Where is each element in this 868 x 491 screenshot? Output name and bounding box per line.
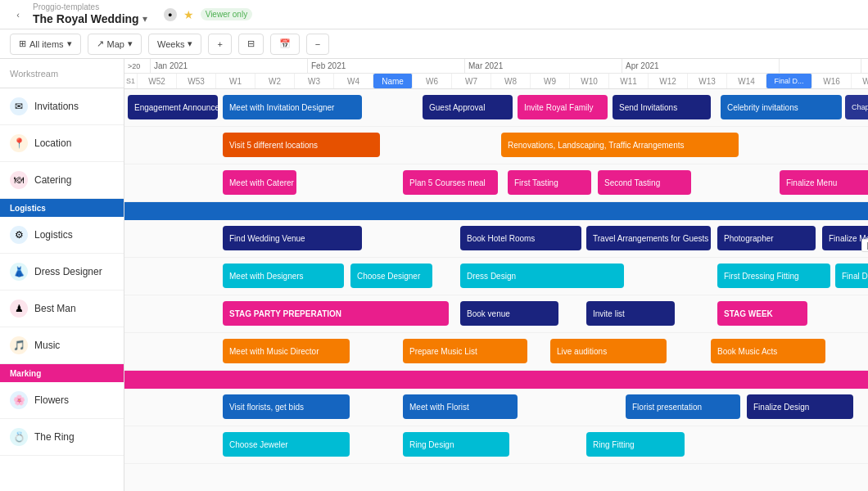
week-w8: W8 xyxy=(491,74,531,88)
task-finalize-menu[interactable]: Finalize Menu xyxy=(780,170,868,195)
task-final-dress[interactable]: Final Dress Fitting xyxy=(835,264,868,288)
task-second-tasting[interactable]: Second Tasting xyxy=(598,170,691,195)
task-invitation-designer[interactable]: Meet with Invitation Designer xyxy=(223,95,362,119)
sidebar-item-logistics[interactable]: ⚙ Logistics xyxy=(0,217,124,254)
task-book-venue[interactable]: Book venue xyxy=(460,301,558,326)
task-travel-arrangements[interactable]: Travel Arrangements for Guests xyxy=(586,226,711,250)
task-invite-list[interactable]: Invite list xyxy=(586,301,675,326)
sidebar: Workstream ✉ Invitations 📍 Location 🍽 Ca… xyxy=(0,59,124,491)
week-name: Name xyxy=(373,74,413,88)
main-content: Workstream ✉ Invitations 📍 Location 🍽 Ca… xyxy=(0,59,868,491)
task-first-dressing[interactable]: First Dressing Fitting xyxy=(717,264,830,288)
status-dot: ● xyxy=(164,8,177,21)
sidebar-item-catering[interactable]: 🍽 Catering xyxy=(0,162,124,199)
marking-section-label: Marking xyxy=(10,369,41,378)
sidebar-item-location[interactable]: 📍 Location xyxy=(0,125,124,162)
filter-chevron: ▾ xyxy=(67,38,72,49)
map-icon: ↗ xyxy=(97,38,104,49)
task-photographer[interactable]: Photographer xyxy=(717,226,816,250)
calendar-view-button[interactable]: 📅 xyxy=(270,34,300,55)
catering-icon: 🍽 xyxy=(10,171,28,189)
task-florist-presentation[interactable]: Florist presentation xyxy=(626,394,740,419)
week-w16: W16 xyxy=(812,74,852,88)
task-meet-florist[interactable]: Meet with Florist xyxy=(403,394,518,419)
task-ring-fitting[interactable]: Ring Fitting xyxy=(586,432,685,457)
weeks-chevron: ▾ xyxy=(188,38,192,49)
sidebar-item-best-man[interactable]: ♟ Best Man xyxy=(0,291,124,327)
task-find-venue[interactable]: Find Wedding Venue xyxy=(223,226,362,250)
filter-label: All items xyxy=(29,39,64,49)
weeks-button[interactable]: Weeks ▾ xyxy=(148,34,201,55)
task-music-list[interactable]: Prepare Music List xyxy=(403,339,527,363)
task-celebrity-invitations[interactable]: Celebrity invitations xyxy=(721,95,842,119)
filter-icon: ⊞ xyxy=(19,38,26,49)
map-label: Map xyxy=(107,39,124,49)
gantt-row-the-ring: Choose Jeweler Ring Design Ring Fitting xyxy=(124,426,868,464)
task-plan-courses[interactable]: Plan 5 Courses meal xyxy=(403,170,498,195)
invitations-label: Invitations xyxy=(34,101,79,112)
map-chevron: ▾ xyxy=(128,38,133,49)
month-mar: Mar 2021 xyxy=(465,59,622,73)
sidebar-item-flowers[interactable]: 🌸 Flowers xyxy=(0,382,124,419)
sidebar-item-the-ring[interactable]: 💍 The Ring xyxy=(0,419,124,456)
filter-button[interactable]: ⊞ All items ▾ xyxy=(10,34,81,55)
gantt-inner: >20 Jan 2021 Feb 2021 Mar 2021 Apr 2021 … xyxy=(124,59,868,464)
title-caret[interactable]: ▾ xyxy=(142,13,147,25)
task-meet-caterer[interactable]: Meet with Caterer xyxy=(223,170,296,195)
weeks-label: Weeks xyxy=(157,39,184,49)
month-apr: Apr 2021 xyxy=(622,59,780,73)
task-renovations[interactable]: Renovations, Landscaping, Traffic Arrang… xyxy=(501,133,739,157)
more-button[interactable]: − xyxy=(306,34,329,55)
favorite-star[interactable]: ★ xyxy=(183,8,194,21)
sidebar-item-dress-designer[interactable]: 👗 Dress Designer | xyxy=(0,254,124,291)
task-chapel-planning[interactable]: Chapel Planni... xyxy=(845,95,868,119)
task-meet-designers[interactable]: Meet with Designers xyxy=(223,264,344,288)
marking-section-row xyxy=(124,371,868,389)
back-button[interactable]: ‹ xyxy=(10,7,26,23)
task-live-auditions[interactable]: Live auditions xyxy=(550,339,667,363)
map-button[interactable]: ↗ Map ▾ xyxy=(88,34,142,55)
month-prev: >20 xyxy=(124,59,151,73)
task-choose-designer[interactable]: Choose Designer xyxy=(350,264,432,288)
grid-view-button[interactable]: ⊟ xyxy=(238,34,264,55)
task-book-music-acts[interactable]: Book Music Acts xyxy=(711,339,825,363)
task-send-invitations[interactable]: Send Invitations xyxy=(613,95,711,119)
task-visit-florists[interactable]: Visit florists, get bids xyxy=(223,394,350,419)
task-ring-design[interactable]: Ring Design xyxy=(403,432,509,457)
location-icon: 📍 xyxy=(10,134,28,152)
task-book-hotel[interactable]: Book Hotel Rooms xyxy=(460,226,581,250)
sidebar-item-music[interactable]: 🎵 Music xyxy=(0,327,124,364)
week-w9: W9 xyxy=(531,74,570,88)
dress-designer-label: Dress Designer xyxy=(34,266,102,277)
week-w3: W3 xyxy=(295,74,334,88)
grid-icon: ⊟ xyxy=(247,38,255,49)
task-invite-royal[interactable]: Invite Royal Family xyxy=(518,95,608,119)
task-visit-locations[interactable]: Visit 5 different locations xyxy=(223,133,380,157)
week-s1: S1 xyxy=(124,74,138,88)
task-stag-prep[interactable]: STAG PARTY PREPERATION xyxy=(223,301,449,326)
best-man-icon: ♟ xyxy=(10,300,28,318)
task-engagement[interactable]: Engagement Announcement xyxy=(128,95,218,119)
gantt-area[interactable]: >20 Jan 2021 Feb 2021 Mar 2021 Apr 2021 … xyxy=(124,59,868,491)
task-dress-design[interactable]: Dress Design xyxy=(460,264,624,288)
month-extra xyxy=(780,59,861,73)
task-music-director[interactable]: Meet with Music Director xyxy=(223,339,350,363)
task-guest-approval[interactable]: Guest Approval xyxy=(423,95,513,119)
project-title: The Royal Wedding xyxy=(33,12,139,26)
add-button[interactable]: + xyxy=(208,34,231,55)
week-w10: W10 xyxy=(570,74,609,88)
week-w53: W53 xyxy=(177,74,216,88)
week-final-d: Final D... xyxy=(766,74,812,88)
task-choose-jeweler[interactable]: Choose Jeweler xyxy=(223,432,350,457)
project-subtitle: Proggio-templates xyxy=(33,2,147,12)
month-jan: Jan 2021 xyxy=(151,59,308,73)
sidebar-item-invitations[interactable]: ✉ Invitations xyxy=(0,88,124,125)
task-first-tasting[interactable]: First Tasting xyxy=(508,170,591,195)
week-w4: W4 xyxy=(334,74,373,88)
minus-icon: − xyxy=(315,39,320,49)
flowers-label: Flowers xyxy=(34,394,69,406)
task-stag-week[interactable]: STAG WEEK xyxy=(717,301,807,326)
task-finalize-design[interactable]: Finalize Design xyxy=(747,394,853,419)
location-label: Location xyxy=(34,137,71,149)
week-w1: W1 xyxy=(216,74,255,88)
